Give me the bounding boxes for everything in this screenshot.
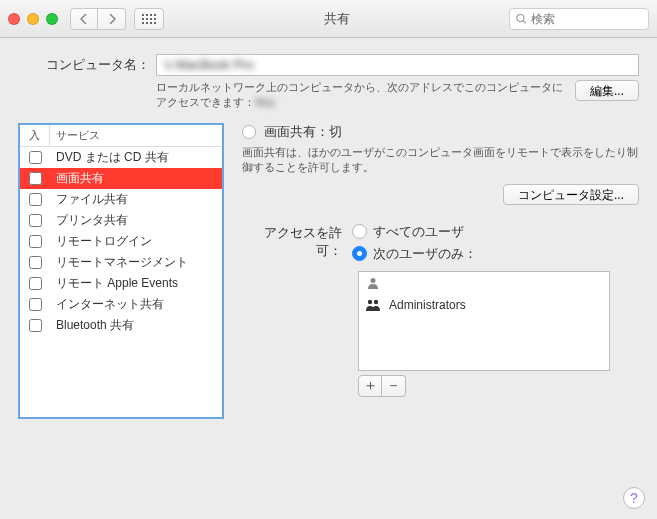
svg-rect-8: [142, 22, 144, 24]
edit-button[interactable]: 編集...: [575, 80, 639, 101]
svg-rect-11: [154, 22, 156, 24]
search-input[interactable]: [531, 12, 642, 26]
search-icon: [516, 13, 527, 25]
service-checkbox[interactable]: [29, 193, 42, 206]
user-name: Administrators: [389, 298, 466, 312]
service-item[interactable]: プリンタ共有: [20, 210, 222, 231]
group-icon: [365, 298, 381, 312]
service-label: 画面共有: [50, 170, 222, 187]
service-label: インターネット共有: [50, 296, 222, 313]
service-label: リモートログイン: [50, 233, 222, 250]
services-header: 入 サービス: [20, 125, 222, 147]
titlebar: 共有: [0, 0, 657, 38]
service-item[interactable]: ファイル共有: [20, 189, 222, 210]
service-checkbox[interactable]: [29, 235, 42, 248]
radio-all-users[interactable]: すべてのユーザ: [352, 223, 477, 241]
service-label: ファイル共有: [50, 191, 222, 208]
window-controls: [8, 13, 58, 25]
user-row[interactable]: [359, 272, 609, 294]
user-row[interactable]: Administrators: [359, 294, 609, 316]
service-item[interactable]: リモートログイン: [20, 231, 222, 252]
svg-rect-5: [146, 18, 148, 20]
computer-name-field[interactable]: 's MacBook Pro: [156, 54, 639, 76]
svg-rect-2: [150, 14, 152, 16]
service-checkbox[interactable]: [29, 214, 42, 227]
service-checkbox[interactable]: [29, 172, 42, 185]
radio-icon: [352, 224, 367, 239]
service-label: DVD または CD 共有: [50, 149, 222, 166]
minimize-icon[interactable]: [27, 13, 39, 25]
service-item[interactable]: インターネット共有: [20, 294, 222, 315]
svg-point-12: [517, 14, 524, 21]
svg-rect-9: [146, 22, 148, 24]
svg-rect-0: [142, 14, 144, 16]
col-service: サービス: [50, 125, 222, 146]
computer-address-text: ローカルネットワーク上のコンピュータから、次のアドレスでこのコンピュータにアクセ…: [156, 80, 569, 111]
forward-button[interactable]: [98, 8, 126, 30]
access-label: アクセスを許可：: [242, 223, 342, 260]
svg-rect-10: [150, 22, 152, 24]
close-icon[interactable]: [8, 13, 20, 25]
person-icon: [365, 276, 381, 290]
svg-rect-3: [154, 14, 156, 16]
radio-only-users[interactable]: 次のユーザのみ：: [352, 245, 477, 263]
svg-point-16: [374, 299, 378, 303]
service-item[interactable]: リモートマネージメント: [20, 252, 222, 273]
service-item[interactable]: Bluetooth 共有: [20, 315, 222, 336]
service-checkbox[interactable]: [29, 256, 42, 269]
status-description: 画面共有は、ほかのユーザがこのコンピュータ画面をリモートで表示をしたり制御するこ…: [242, 145, 639, 176]
service-label: プリンタ共有: [50, 212, 222, 229]
svg-rect-7: [154, 18, 156, 20]
user-list[interactable]: Administrators: [358, 271, 610, 371]
service-checkbox[interactable]: [29, 319, 42, 332]
service-item[interactable]: 画面共有: [20, 168, 222, 189]
zoom-icon[interactable]: [46, 13, 58, 25]
service-item[interactable]: DVD または CD 共有: [20, 147, 222, 168]
service-checkbox[interactable]: [29, 277, 42, 290]
back-button[interactable]: [70, 8, 98, 30]
col-on: 入: [20, 125, 50, 146]
service-checkbox[interactable]: [29, 298, 42, 311]
svg-line-13: [523, 20, 526, 23]
service-checkbox[interactable]: [29, 151, 42, 164]
status-title: 画面共有：切: [264, 123, 342, 141]
status-indicator-icon: [242, 125, 256, 139]
remove-user-button[interactable]: －: [382, 375, 406, 397]
window-title: 共有: [172, 10, 501, 28]
search-field[interactable]: [509, 8, 649, 30]
svg-rect-6: [150, 18, 152, 20]
svg-rect-4: [142, 18, 144, 20]
services-list[interactable]: 入 サービス DVD または CD 共有画面共有ファイル共有プリンタ共有リモート…: [18, 123, 224, 419]
service-label: リモート Apple Events: [50, 275, 222, 292]
show-all-button[interactable]: [134, 8, 164, 30]
service-label: Bluetooth 共有: [50, 317, 222, 334]
radio-icon: [352, 246, 367, 261]
service-label: リモートマネージメント: [50, 254, 222, 271]
svg-point-15: [368, 299, 372, 303]
computer-name-label: コンピュータ名：: [18, 56, 150, 74]
svg-rect-1: [146, 14, 148, 16]
service-item[interactable]: リモート Apple Events: [20, 273, 222, 294]
help-button[interactable]: ?: [623, 487, 645, 509]
computer-settings-button[interactable]: コンピュータ設定...: [503, 184, 639, 205]
nav-buttons: [70, 8, 126, 30]
svg-point-14: [371, 278, 376, 283]
add-user-button[interactable]: ＋: [358, 375, 382, 397]
